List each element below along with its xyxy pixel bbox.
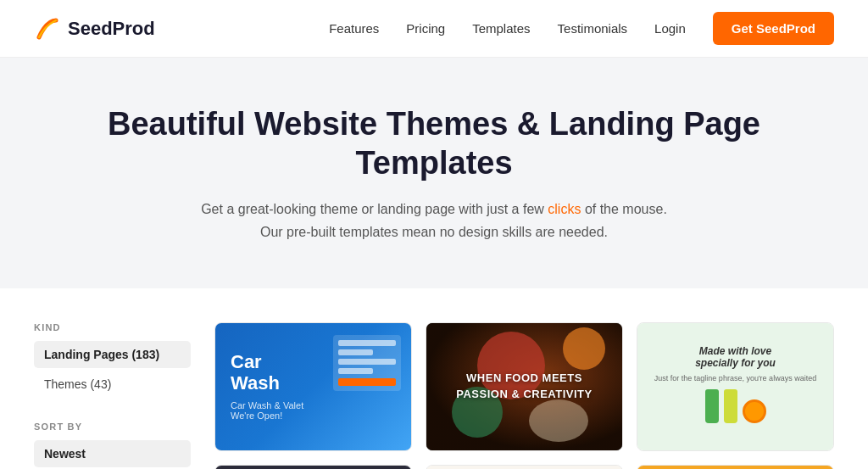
form-line-3 <box>338 359 396 365</box>
food-preview: WHEN FOOD MEETSPASSION & CREATIVITY <box>426 323 622 450</box>
juice-title: Made with lovespecially for you <box>695 345 776 369</box>
form-submit-btn <box>338 378 396 386</box>
carwash-preview: CarWash Car Wash & ValetWe're Open! <box>215 323 411 450</box>
juice-bottle-yellow <box>724 389 737 423</box>
carwash-subtitle: Car Wash & ValetWe're Open! <box>231 400 396 421</box>
auto-preview: About Us <box>215 466 411 469</box>
nav-testimonials[interactable]: Testimonials <box>558 21 628 36</box>
hero-subtitle-line1: Get a great-looking theme or landing pag… <box>201 202 544 216</box>
sidebar-item-newest[interactable]: Newest <box>34 440 191 467</box>
template-card-carwash-image: CarWash Car Wash & ValetWe're Open! <box>215 323 411 450</box>
template-card-food[interactable]: WHEN FOOD MEETSPASSION & CREATIVITY <box>426 322 623 451</box>
nav-pricing[interactable]: Pricing <box>406 21 445 36</box>
form-line-1 <box>338 340 396 346</box>
sidebar-sortby-label: SORT BY <box>34 422 191 432</box>
hero-subtitle-line3: Our pre-built templates mean no design s… <box>260 225 608 239</box>
carwash-form <box>333 335 401 391</box>
hero-subtitle-line2: of the mouse. <box>585 202 667 216</box>
template-card-food-image: WHEN FOOD MEETSPASSION & CREATIVITY <box>426 323 622 450</box>
juice-orange-slice <box>743 399 766 423</box>
template-card-auto[interactable]: About Us <box>214 465 412 469</box>
form-line-4 <box>338 368 373 374</box>
sidebar-item-themes[interactable]: Themes (43) <box>34 371 191 398</box>
template-card-flavour[interactable]: FLAVOUR The Best QualityJuice You'll Eve… <box>637 465 834 469</box>
juice-bottles <box>705 389 766 423</box>
food-circle-2 <box>563 327 605 370</box>
template-card-restaurant[interactable]: About Us <box>426 465 623 469</box>
restaurant-preview: About Us <box>426 466 622 469</box>
main-content: KIND Landing Pages (183) Themes (43) SOR… <box>0 288 868 469</box>
flavour-preview: FLAVOUR The Best QualityJuice You'll Eve… <box>637 466 833 469</box>
hero-subtitle: Get a great-looking theme or landing pag… <box>197 198 671 243</box>
template-card-flavour-image: FLAVOUR The Best QualityJuice You'll Eve… <box>637 466 833 469</box>
nav-login[interactable]: Login <box>654 21 686 36</box>
food-tagline: WHEN FOOD MEETSPASSION & CREATIVITY <box>456 371 592 401</box>
juice-subtitle: Just for the tagline phrase, you're alwa… <box>654 374 816 382</box>
header: SeedProd Features Pricing Templates Test… <box>0 0 868 58</box>
logo-text: SeedProd <box>68 18 155 40</box>
nav-features[interactable]: Features <box>329 21 379 36</box>
get-seedprod-button[interactable]: Get SeedProd <box>713 12 834 45</box>
hero-section: Beautiful Website Themes & Landing Page … <box>0 58 868 288</box>
logo[interactable]: SeedProd <box>34 15 155 42</box>
juice-bottle-green <box>705 389 719 423</box>
templates-grid: CarWash Car Wash & ValetWe're Open! <box>214 322 834 469</box>
seedprod-logo-icon <box>34 15 61 42</box>
hero-title: Beautiful Website Themes & Landing Page … <box>34 105 834 182</box>
juice-preview: Made with lovespecially for you Just for… <box>637 323 833 450</box>
nav-templates[interactable]: Templates <box>472 21 530 36</box>
food-plate <box>529 399 588 442</box>
template-card-juice[interactable]: Made with lovespecially for you Just for… <box>637 322 834 451</box>
sidebar-kind-label: KIND <box>34 322 191 332</box>
form-line-2 <box>338 349 373 355</box>
hero-subtitle-highlight: clicks <box>548 202 581 216</box>
main-nav: Features Pricing Templates Testimonials … <box>329 12 834 45</box>
sidebar: KIND Landing Pages (183) Themes (43) SOR… <box>34 322 191 469</box>
sidebar-item-landing-pages[interactable]: Landing Pages (183) <box>34 341 191 368</box>
sidebar-sortby-section: SORT BY Newest Most Popular <box>34 422 191 469</box>
template-card-auto-image: About Us <box>215 466 411 469</box>
sidebar-kind-section: KIND Landing Pages (183) Themes (43) <box>34 322 191 398</box>
template-card-juice-image: Made with lovespecially for you Just for… <box>637 323 833 450</box>
template-card-restaurant-image: About Us <box>426 466 622 469</box>
template-card-carwash[interactable]: CarWash Car Wash & ValetWe're Open! <box>214 322 412 451</box>
